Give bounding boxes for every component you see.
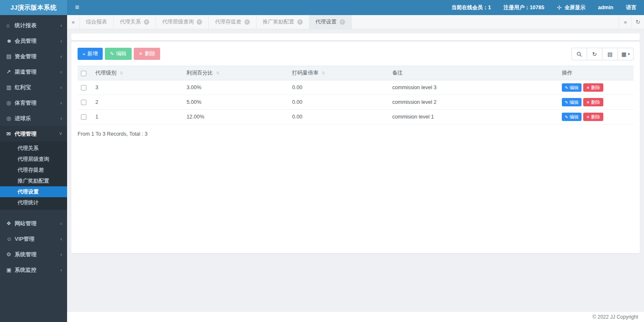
column-header-profit-percent[interactable]: 利润百分比⇅ (183, 66, 289, 80)
submenu-item-agent-relation[interactable]: 代理关系 (0, 143, 67, 154)
envelope-icon: ✉ (6, 131, 15, 137)
app-window: JJ演示版本系统 ≡ 当前在线会员：1 注册用户：10785 全屏显示 admi… (0, 0, 644, 322)
detail-view-button[interactable]: ▤ (602, 48, 618, 60)
tabs-refresh-button[interactable]: ↻ (631, 15, 644, 29)
tab-agent-level-query[interactable]: 代理层级查询 × (156, 15, 209, 29)
columns-button[interactable]: ▦ ▾ (618, 48, 634, 60)
sidebar-item-stats-report[interactable]: ⌂ 统计报表 ‹ (0, 18, 67, 33)
search-button[interactable] (571, 48, 587, 60)
edit-button-label: 编辑 (116, 50, 127, 57)
close-icon[interactable]: × (297, 19, 303, 25)
close-icon[interactable]: × (340, 19, 345, 25)
tab-agent-deposit-diff[interactable]: 代理存提差 × (209, 15, 257, 29)
chevron-left-icon: ‹ (60, 252, 62, 258)
fullscreen-button[interactable]: 全屏显示 (557, 4, 585, 11)
sidebar-item-label: 系统监控 (15, 266, 36, 274)
sidebar-item-system-mgmt[interactable]: ⚙ 系统管理 ‹ (0, 247, 67, 262)
delete-button[interactable]: ✕ 删除 (134, 48, 160, 60)
sidebar-item-sports-mgmt[interactable]: ◎ 体育管理 ‹ (0, 95, 67, 111)
gear-icon: ⚙ (6, 251, 15, 258)
refresh-button[interactable]: ↻ (587, 48, 602, 60)
close-icon[interactable]: × (197, 19, 202, 25)
agent-settings-panel: + 新增 ✎ 编辑 ✕ 删除 ↻ ▤ (71, 42, 640, 253)
table-tools-group: ↻ ▤ ▦ ▾ (571, 48, 634, 60)
row-edit-button[interactable]: ✎编辑 (562, 98, 582, 106)
sidebar-item-channel-mgmt[interactable]: ↗ 渠道管理 ‹ (0, 64, 67, 80)
language-menu[interactable]: 语言 (626, 4, 636, 11)
row-delete-button[interactable]: ✕删除 (583, 113, 603, 121)
goal-icon: ◎ (6, 115, 15, 121)
tab-bar: « 综合报表 代理关系 × 代理层级查询 × 代理存提差 × 推广奖励配置 × … (67, 15, 644, 29)
close-icon[interactable]: × (244, 19, 250, 25)
row-checkbox[interactable] (81, 85, 86, 90)
close-icon[interactable]: × (144, 19, 149, 25)
tab-overview-report[interactable]: 综合报表 (80, 15, 114, 29)
x-icon: ✕ (586, 100, 589, 105)
row-checkbox[interactable] (81, 100, 86, 105)
column-header-agent-level[interactable]: 代理级别⇅ (92, 66, 183, 80)
chevron-down-icon: ˅ (59, 131, 62, 137)
detail-view-icon: ▤ (608, 51, 613, 57)
chevron-left-icon: ‹ (60, 116, 62, 121)
sidebar-item-label: 资金管理 (15, 53, 36, 60)
row-edit-button[interactable]: ✎编辑 (562, 83, 582, 92)
hamburger-icon: ≡ (75, 3, 79, 12)
edit-button[interactable]: ✎ 编辑 (105, 48, 131, 60)
tab-label: 代理设置 (316, 18, 337, 26)
sidebar-item-funds-mgmt[interactable]: ▤ 资金管理 ‹ (0, 49, 67, 64)
user-menu[interactable]: admin (598, 5, 613, 10)
channel-icon: ↗ (6, 69, 15, 75)
submenu-item-agent-level-query[interactable]: 代理层级查询 (0, 154, 67, 165)
submenu-item-agent-deposit-diff[interactable]: 代理存提差 (0, 165, 67, 175)
sidebar-item-goal-fun[interactable]: ◎ 进球乐 ‹ (0, 111, 67, 126)
sidebar-item-label: 体育管理 (15, 99, 36, 107)
add-button-label: 新增 (87, 50, 98, 57)
row-checkbox[interactable] (81, 114, 86, 120)
add-button[interactable]: + 新增 (78, 48, 103, 60)
fullscreen-icon (557, 5, 562, 10)
sidebar-item-bonus-treasure[interactable]: ▥ 红利宝 ‹ (0, 80, 67, 95)
funds-icon: ▤ (6, 53, 15, 59)
table-row: 3 3.00% 0.00 commission level 3 ✎编辑✕删除 (78, 80, 634, 95)
row-edit-button[interactable]: ✎编辑 (562, 113, 582, 121)
sort-icon[interactable]: ⇅ (322, 71, 325, 75)
column-header-actions: 操作 (558, 66, 634, 80)
sidebar-item-website-mgmt[interactable]: ❖ 网站管理 ‹ (0, 216, 67, 231)
plus-icon: + (83, 52, 85, 57)
caret-down-icon: ▾ (628, 52, 630, 56)
select-all-checkbox[interactable] (81, 71, 86, 76)
cell-bet-multiple: 0.00 (289, 110, 389, 124)
cell-profit-percent: 3.00% (183, 80, 289, 95)
submenu-item-agent-settings[interactable]: 代理设置 (0, 186, 67, 197)
sort-icon[interactable]: ⇅ (119, 71, 123, 75)
sort-icon[interactable]: ⇅ (216, 71, 219, 75)
tabs-scroll-left-button[interactable]: « (67, 15, 80, 29)
x-icon: ✕ (139, 51, 143, 57)
tab-agent-relation[interactable]: 代理关系 × (114, 15, 156, 29)
cell-agent-level: 2 (92, 95, 183, 110)
sidebar: ⌂ 统计报表 ‹ ☻ 会员管理 ‹ ▤ 资金管理 ‹ ↗ 渠道管理 ‹ ▥ 红利… (0, 15, 67, 322)
sidebar-item-member-mgmt[interactable]: ☻ 会员管理 ‹ (0, 33, 67, 49)
chevron-left-icon: ‹ (60, 54, 62, 59)
sidebar-item-vip-mgmt[interactable]: ☺ VIP管理 ‹ (0, 231, 67, 247)
table-toolbar: + 新增 ✎ 编辑 ✕ 删除 ↻ ▤ (78, 48, 634, 60)
row-delete-button[interactable]: ✕删除 (583, 83, 603, 92)
row-delete-button[interactable]: ✕删除 (583, 98, 603, 106)
pencil-icon: ✎ (565, 100, 568, 105)
column-header-bet-multiple[interactable]: 打码量倍率⇅ (289, 66, 389, 80)
sidebar-item-system-monitor[interactable]: ▣ 系统监控 ‹ (0, 262, 67, 278)
tabs-scroll-right-button[interactable]: » (619, 15, 631, 29)
brand-logo[interactable]: JJ演示版本系统 (0, 0, 67, 15)
tab-label: 代理层级查询 (162, 18, 194, 26)
chevron-left-icon: ‹ (60, 38, 62, 44)
monitor-camera-icon: ▣ (6, 267, 15, 273)
tab-promo-reward-config[interactable]: 推广奖励配置 × (257, 15, 309, 29)
submenu-item-promo-reward-config[interactable]: 推广奖励配置 (0, 175, 67, 186)
tab-agent-settings[interactable]: 代理设置 × (309, 15, 352, 29)
sidebar-toggle-button[interactable]: ≡ (67, 0, 87, 15)
sidebar-item-agent-mgmt[interactable]: ✉ 代理管理 ˅ (0, 126, 67, 142)
fullscreen-label: 全屏显示 (564, 4, 585, 11)
tab-label: 代理关系 (120, 18, 141, 26)
column-header-remark: 备注 (389, 66, 558, 80)
submenu-item-agent-stats[interactable]: 代理统计 (0, 197, 67, 208)
